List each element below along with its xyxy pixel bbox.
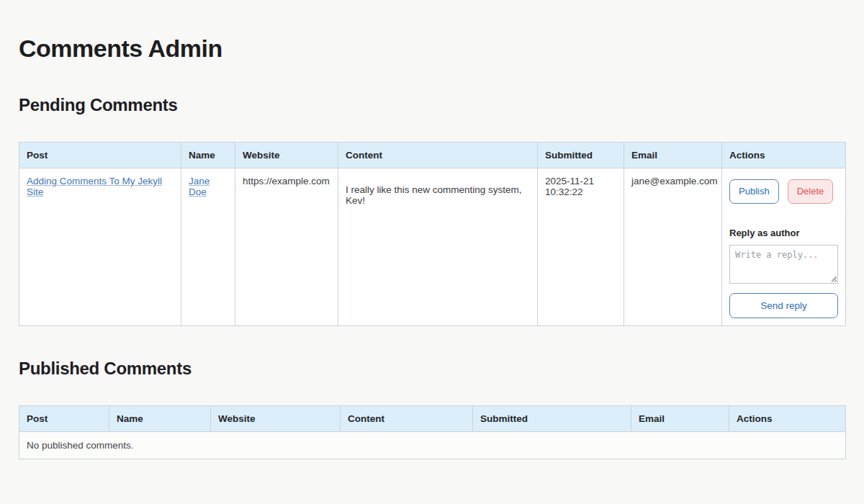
comment-content: I really like this new commenting system… — [346, 184, 530, 206]
no-published-comments-row: No published comments. — [19, 431, 846, 459]
column-header-post: Post — [19, 143, 181, 168]
published-header-row: Post Name Website Content Submitted Emai… — [19, 405, 846, 431]
column-header-email: Email — [624, 143, 722, 168]
pending-header-row: Post Name Website Content Submitted Emai… — [19, 143, 846, 168]
publish-button[interactable]: Publish — [729, 179, 779, 204]
pending-comments-heading: Pending Comments — [19, 94, 845, 116]
page-title: Comments Admin — [19, 35, 845, 63]
column-header-actions: Actions — [729, 405, 846, 431]
column-header-name: Name — [181, 143, 235, 168]
column-header-actions: Actions — [722, 143, 846, 168]
action-buttons: Publish Delete — [729, 179, 838, 204]
pending-comments-table: Post Name Website Content Submitted Emai… — [19, 142, 846, 326]
pending-comment-row: Adding Comments To My Jekyll Site Jane D… — [19, 168, 846, 326]
content-cell: I really like this new commenting system… — [338, 168, 538, 326]
empty-message: No published comments. — [19, 431, 846, 459]
column-header-website: Website — [235, 143, 338, 168]
actions-cell: Publish Delete Reply as author Send repl… — [722, 168, 846, 326]
name-cell: Jane Doe — [181, 168, 235, 326]
reply-textarea[interactable] — [729, 245, 838, 284]
reply-textarea-wrapper — [729, 245, 838, 284]
published-comments-heading: Published Comments — [19, 358, 845, 379]
email-cell: jane@example.com — [624, 168, 722, 326]
submitted-cell: 2025-11-21 10:32:22 — [538, 168, 624, 326]
column-header-content: Content — [338, 143, 538, 168]
reply-as-author-label: Reply as author — [729, 228, 838, 238]
column-header-submitted: Submitted — [538, 143, 624, 168]
website-cell: https://example.com — [235, 168, 338, 326]
column-header-name: Name — [109, 405, 211, 431]
admin-page: Comments Admin Pending Comments Post Nam… — [0, 0, 864, 488]
column-header-email: Email — [631, 405, 729, 431]
post-cell: Adding Comments To My Jekyll Site — [19, 168, 181, 326]
post-link[interactable]: Adding Comments To My Jekyll Site — [27, 176, 162, 197]
column-header-post: Post — [19, 405, 109, 431]
send-reply-button[interactable]: Send reply — [729, 293, 838, 318]
published-comments-table: Post Name Website Content Submitted Emai… — [19, 405, 846, 459]
column-header-submitted: Submitted — [473, 405, 631, 431]
delete-button[interactable]: Delete — [788, 179, 834, 204]
column-header-website: Website — [211, 405, 341, 431]
commenter-name-link[interactable]: Jane Doe — [189, 176, 210, 197]
column-header-content: Content — [341, 405, 473, 431]
